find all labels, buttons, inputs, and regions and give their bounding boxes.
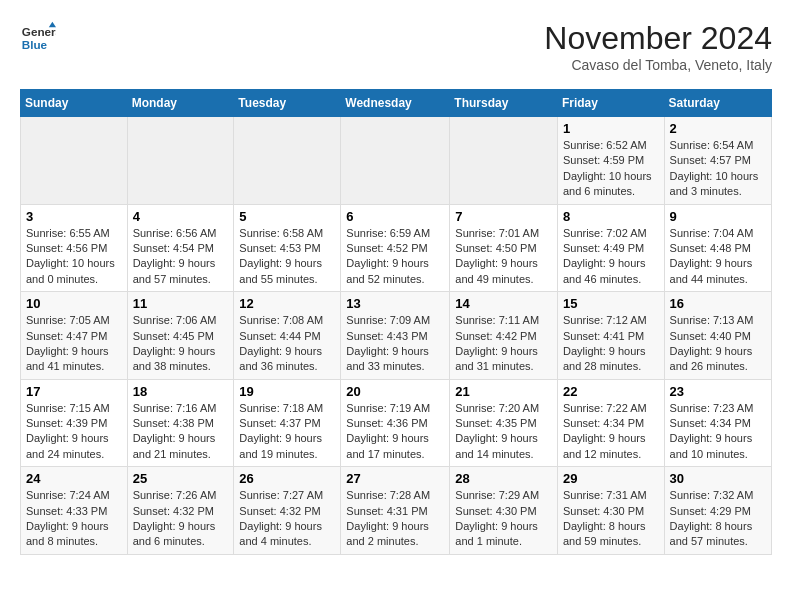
day-info: Sunrise: 7:23 AM Sunset: 4:34 PM Dayligh…: [670, 401, 766, 463]
day-number: 2: [670, 121, 766, 136]
table-row: 4Sunrise: 6:56 AM Sunset: 4:54 PM Daylig…: [127, 204, 234, 292]
table-row: 23Sunrise: 7:23 AM Sunset: 4:34 PM Dayli…: [664, 379, 771, 467]
day-info: Sunrise: 7:20 AM Sunset: 4:35 PM Dayligh…: [455, 401, 552, 463]
day-info: Sunrise: 7:04 AM Sunset: 4:48 PM Dayligh…: [670, 226, 766, 288]
table-row: 6Sunrise: 6:59 AM Sunset: 4:52 PM Daylig…: [341, 204, 450, 292]
table-row: 24Sunrise: 7:24 AM Sunset: 4:33 PM Dayli…: [21, 467, 128, 555]
day-number: 10: [26, 296, 122, 311]
day-number: 23: [670, 384, 766, 399]
day-number: 8: [563, 209, 659, 224]
header-tuesday: Tuesday: [234, 90, 341, 117]
header-monday: Monday: [127, 90, 234, 117]
day-number: 25: [133, 471, 229, 486]
day-number: 17: [26, 384, 122, 399]
logo: General Blue: [20, 20, 56, 56]
day-info: Sunrise: 7:15 AM Sunset: 4:39 PM Dayligh…: [26, 401, 122, 463]
day-number: 6: [346, 209, 444, 224]
day-info: Sunrise: 7:28 AM Sunset: 4:31 PM Dayligh…: [346, 488, 444, 550]
day-info: Sunrise: 7:24 AM Sunset: 4:33 PM Dayligh…: [26, 488, 122, 550]
table-row: 26Sunrise: 7:27 AM Sunset: 4:32 PM Dayli…: [234, 467, 341, 555]
table-row: 3Sunrise: 6:55 AM Sunset: 4:56 PM Daylig…: [21, 204, 128, 292]
day-info: Sunrise: 6:54 AM Sunset: 4:57 PM Dayligh…: [670, 138, 766, 200]
calendar-week-row: 10Sunrise: 7:05 AM Sunset: 4:47 PM Dayli…: [21, 292, 772, 380]
day-number: 15: [563, 296, 659, 311]
table-row: 2Sunrise: 6:54 AM Sunset: 4:57 PM Daylig…: [664, 117, 771, 205]
day-info: Sunrise: 7:22 AM Sunset: 4:34 PM Dayligh…: [563, 401, 659, 463]
day-number: 28: [455, 471, 552, 486]
day-info: Sunrise: 6:58 AM Sunset: 4:53 PM Dayligh…: [239, 226, 335, 288]
day-number: 7: [455, 209, 552, 224]
day-number: 19: [239, 384, 335, 399]
day-info: Sunrise: 7:06 AM Sunset: 4:45 PM Dayligh…: [133, 313, 229, 375]
day-info: Sunrise: 7:26 AM Sunset: 4:32 PM Dayligh…: [133, 488, 229, 550]
day-number: 5: [239, 209, 335, 224]
table-row: [341, 117, 450, 205]
day-info: Sunrise: 7:31 AM Sunset: 4:30 PM Dayligh…: [563, 488, 659, 550]
table-row: 11Sunrise: 7:06 AM Sunset: 4:45 PM Dayli…: [127, 292, 234, 380]
table-row: 10Sunrise: 7:05 AM Sunset: 4:47 PM Dayli…: [21, 292, 128, 380]
day-number: 14: [455, 296, 552, 311]
table-row: 22Sunrise: 7:22 AM Sunset: 4:34 PM Dayli…: [557, 379, 664, 467]
day-number: 12: [239, 296, 335, 311]
table-row: [450, 117, 558, 205]
day-number: 24: [26, 471, 122, 486]
day-info: Sunrise: 7:08 AM Sunset: 4:44 PM Dayligh…: [239, 313, 335, 375]
table-row: 19Sunrise: 7:18 AM Sunset: 4:37 PM Dayli…: [234, 379, 341, 467]
table-row: [127, 117, 234, 205]
table-row: 28Sunrise: 7:29 AM Sunset: 4:30 PM Dayli…: [450, 467, 558, 555]
day-number: 21: [455, 384, 552, 399]
day-info: Sunrise: 7:12 AM Sunset: 4:41 PM Dayligh…: [563, 313, 659, 375]
header-saturday: Saturday: [664, 90, 771, 117]
header-friday: Friday: [557, 90, 664, 117]
day-info: Sunrise: 7:16 AM Sunset: 4:38 PM Dayligh…: [133, 401, 229, 463]
day-number: 26: [239, 471, 335, 486]
header-sunday: Sunday: [21, 90, 128, 117]
table-row: 25Sunrise: 7:26 AM Sunset: 4:32 PM Dayli…: [127, 467, 234, 555]
table-row: 7Sunrise: 7:01 AM Sunset: 4:50 PM Daylig…: [450, 204, 558, 292]
header-thursday: Thursday: [450, 90, 558, 117]
page-header: General Blue November 2024 Cavaso del To…: [20, 20, 772, 73]
calendar-week-row: 3Sunrise: 6:55 AM Sunset: 4:56 PM Daylig…: [21, 204, 772, 292]
day-number: 16: [670, 296, 766, 311]
table-row: [234, 117, 341, 205]
day-info: Sunrise: 7:29 AM Sunset: 4:30 PM Dayligh…: [455, 488, 552, 550]
day-info: Sunrise: 6:55 AM Sunset: 4:56 PM Dayligh…: [26, 226, 122, 288]
day-number: 29: [563, 471, 659, 486]
logo-icon: General Blue: [20, 20, 56, 56]
day-info: Sunrise: 7:19 AM Sunset: 4:36 PM Dayligh…: [346, 401, 444, 463]
header-wednesday: Wednesday: [341, 90, 450, 117]
month-title: November 2024: [544, 20, 772, 57]
day-number: 27: [346, 471, 444, 486]
day-number: 22: [563, 384, 659, 399]
svg-text:Blue: Blue: [22, 38, 48, 51]
day-info: Sunrise: 6:56 AM Sunset: 4:54 PM Dayligh…: [133, 226, 229, 288]
calendar-week-row: 24Sunrise: 7:24 AM Sunset: 4:33 PM Dayli…: [21, 467, 772, 555]
table-row: 1Sunrise: 6:52 AM Sunset: 4:59 PM Daylig…: [557, 117, 664, 205]
day-number: 30: [670, 471, 766, 486]
day-info: Sunrise: 6:52 AM Sunset: 4:59 PM Dayligh…: [563, 138, 659, 200]
location-subtitle: Cavaso del Tomba, Veneto, Italy: [544, 57, 772, 73]
calendar-week-row: 17Sunrise: 7:15 AM Sunset: 4:39 PM Dayli…: [21, 379, 772, 467]
day-info: Sunrise: 7:13 AM Sunset: 4:40 PM Dayligh…: [670, 313, 766, 375]
table-row: 21Sunrise: 7:20 AM Sunset: 4:35 PM Dayli…: [450, 379, 558, 467]
table-row: 9Sunrise: 7:04 AM Sunset: 4:48 PM Daylig…: [664, 204, 771, 292]
table-row: 13Sunrise: 7:09 AM Sunset: 4:43 PM Dayli…: [341, 292, 450, 380]
calendar-header-row: Sunday Monday Tuesday Wednesday Thursday…: [21, 90, 772, 117]
day-info: Sunrise: 7:01 AM Sunset: 4:50 PM Dayligh…: [455, 226, 552, 288]
table-row: 16Sunrise: 7:13 AM Sunset: 4:40 PM Dayli…: [664, 292, 771, 380]
day-info: Sunrise: 7:11 AM Sunset: 4:42 PM Dayligh…: [455, 313, 552, 375]
day-info: Sunrise: 7:09 AM Sunset: 4:43 PM Dayligh…: [346, 313, 444, 375]
day-number: 1: [563, 121, 659, 136]
table-row: 27Sunrise: 7:28 AM Sunset: 4:31 PM Dayli…: [341, 467, 450, 555]
day-info: Sunrise: 7:02 AM Sunset: 4:49 PM Dayligh…: [563, 226, 659, 288]
table-row: 17Sunrise: 7:15 AM Sunset: 4:39 PM Dayli…: [21, 379, 128, 467]
day-number: 11: [133, 296, 229, 311]
day-number: 3: [26, 209, 122, 224]
day-info: Sunrise: 7:32 AM Sunset: 4:29 PM Dayligh…: [670, 488, 766, 550]
day-number: 4: [133, 209, 229, 224]
title-block: November 2024 Cavaso del Tomba, Veneto, …: [544, 20, 772, 73]
table-row: 30Sunrise: 7:32 AM Sunset: 4:29 PM Dayli…: [664, 467, 771, 555]
table-row: [21, 117, 128, 205]
table-row: 14Sunrise: 7:11 AM Sunset: 4:42 PM Dayli…: [450, 292, 558, 380]
day-info: Sunrise: 6:59 AM Sunset: 4:52 PM Dayligh…: [346, 226, 444, 288]
